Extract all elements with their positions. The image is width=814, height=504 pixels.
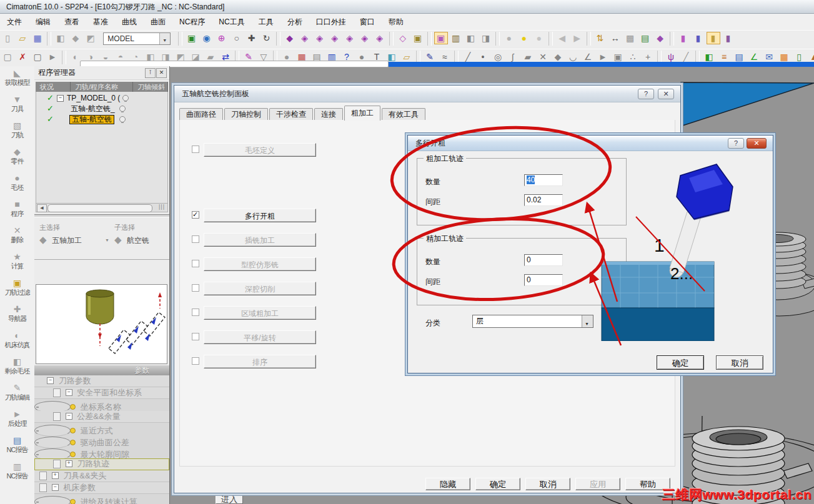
corner-icon[interactable]: ∠ [581,51,595,63]
close-icon[interactable] [747,138,767,149]
sidebar-item-remaining-stock[interactable]: ◧ 剩余毛坯 [0,355,34,381]
finish-gap-input[interactable]: 0 [524,274,563,286]
toolbar-separator[interactable] [276,32,280,46]
pin-icon[interactable] [145,68,156,78]
view-cube-top-icon[interactable]: ◈ [358,32,372,44]
menu-item[interactable]: NC工具 [212,14,251,30]
chevron-down-icon[interactable] [582,315,593,327]
tool-setup-icon[interactable]: ▲ [807,51,814,63]
sidebar-item-nc-report-2[interactable]: ▥ NC报告 [0,460,34,486]
param-tree-row[interactable]: 刀路参数 [34,375,169,387]
sidebar-item-toolpath-filter[interactable]: ▣ 刀轨过滤 [0,276,34,302]
circle-icon[interactable]: ◎ [491,51,505,63]
sketcher-icon[interactable]: ✎ [423,51,437,63]
arc-icon[interactable]: ◡ [566,51,580,63]
scroll-left-icon[interactable] [37,204,47,212]
hidden-model-icon[interactable]: ◆ [69,32,82,44]
menu-item[interactable]: 编辑 [29,14,57,30]
chevron-down-icon[interactable] [159,33,170,44]
mail-icon[interactable]: ✉ [762,51,776,63]
horizontal-scrollbar[interactable] [36,203,168,212]
tab[interactable]: 连接 [314,108,343,121]
param-tree-row[interactable]: 进给及转速计算 [34,496,71,504]
toolbar-separator[interactable] [548,32,553,46]
option-checkbox[interactable] [192,146,199,153]
option-checkbox[interactable] [192,357,199,365]
program-name[interactable]: TP_MODEL_0 ( [67,93,120,103]
option-button[interactable]: 排序 [204,355,316,368]
deselect-icon[interactable]: ✗ [16,51,29,63]
menu-item[interactable]: 基准 [86,14,115,30]
view-cube-right-icon[interactable]: ◈ [343,32,357,44]
tree-row-toolpath-1[interactable]: ✓ 五轴-航空铣_ [36,104,167,114]
primary-select-value[interactable]: 五轴加工 [52,235,82,246]
measure-icon[interactable]: ↔ [608,32,622,44]
tab[interactable]: 曲面路径 [179,108,223,121]
tree-row-tp-model[interactable]: ✓ TP_MODEL_0 ( [36,93,167,104]
param-tree-row[interactable]: 驱动曲面公差 [34,437,71,448]
menu-item[interactable]: 分析 [280,14,309,30]
option-button[interactable]: 毛坯定义 [204,143,316,157]
entity-swap-icon[interactable]: ⇅ [593,32,607,44]
sidebar-item-part[interactable]: ◆ 零件 [0,145,34,171]
sidebar-item-delete[interactable]: ✕ 删除 [0,224,34,250]
expand-icon[interactable] [66,460,72,467]
param-tree-row[interactable]: 刀具&&夹头 [34,470,169,482]
footer-button[interactable]: 应用 [575,478,620,490]
param-tree-row[interactable]: 安全平面和坐标系 [34,387,169,399]
option-button[interactable]: 深腔切削 [204,282,316,295]
point-icon[interactable]: • [476,51,490,63]
toolbar-separator[interactable] [62,51,66,64]
pick-filter-icon[interactable]: ▢ [31,51,44,63]
footer-button[interactable]: 确定 [475,478,520,490]
process-tree-icon[interactable]: ≡ [717,51,731,63]
facet-mode-icon[interactable]: ◨ [479,32,493,44]
view-cube-left-icon[interactable]: ◈ [328,32,342,44]
expand-icon[interactable] [47,377,54,384]
intersect-icon[interactable]: ✕ [536,51,550,63]
save-icon[interactable]: ▦ [31,32,44,44]
toolbar-separator[interactable] [389,32,394,46]
attach-doc-icon[interactable]: ▤ [638,32,652,44]
menu-item[interactable]: 查看 [57,14,86,30]
option-button[interactable]: 区域粗加工 [204,306,316,320]
sidebar-item-post-process[interactable]: ► 后处理 [0,407,34,433]
footer-button[interactable]: 取消 [525,478,570,490]
xyz-icon[interactable]: ∴ [626,51,640,63]
curve-tool-icon[interactable]: ≈ [438,51,452,63]
tab[interactable]: 干涉检查 [269,108,313,121]
frame-icon[interactable]: ▣ [611,51,625,63]
perspective-icon[interactable]: ◇ [396,32,410,44]
spline-icon[interactable]: ∫ [506,51,520,63]
option-checkbox[interactable] [192,211,199,219]
toolbar-separator[interactable] [670,32,674,46]
prev-view-icon[interactable]: ◀ [555,32,569,44]
tab[interactable]: 有效工具 [382,108,425,121]
sidebar-item-get-model[interactable]: ◣ 获取模型 [0,66,34,92]
option-button[interactable]: 多行开粗 [204,209,316,222]
chevron-down-icon[interactable] [105,238,109,242]
open-folder-icon[interactable]: ▱ [16,32,29,44]
scrollbar-thumb[interactable] [47,204,152,212]
finish-qty-input[interactable]: 0 [524,254,563,266]
plane-icon[interactable]: ▰ [521,51,535,63]
sidebar-item-toolpath[interactable]: ▧ 刀轨 [0,119,34,145]
tab[interactable]: 粗加工 [344,106,380,121]
cancel-button[interactable]: 取消 [716,355,763,370]
shaded-model-icon[interactable]: ◧ [54,32,67,44]
sidebar-item-nc-report-1[interactable]: ▤ NC报告 [0,433,34,460]
lock-view-icon[interactable]: ▣ [411,32,425,44]
param-tree-row[interactable]: 机床参数 [34,482,169,494]
scrollbar-grip[interactable] [159,204,165,210]
dialog-title-bar[interactable]: 多行开粗 [408,136,773,151]
sidebar-item-stock[interactable]: ● 毛坯 [0,171,34,197]
menu-item[interactable]: 帮助 [382,14,410,30]
snap-icon[interactable]: ► [596,51,610,63]
sidebar-item-navigator[interactable]: ✚ 导航器 [0,302,34,329]
page-fold-icon[interactable]: ▱ [400,51,414,63]
menu-item[interactable]: NC程序 [172,14,212,30]
menu-item[interactable]: 曲线 [115,14,144,30]
toolbar-separator[interactable] [47,32,51,46]
menu-item[interactable]: 窗口 [353,14,382,30]
next-view-icon[interactable]: ▶ [570,32,584,44]
